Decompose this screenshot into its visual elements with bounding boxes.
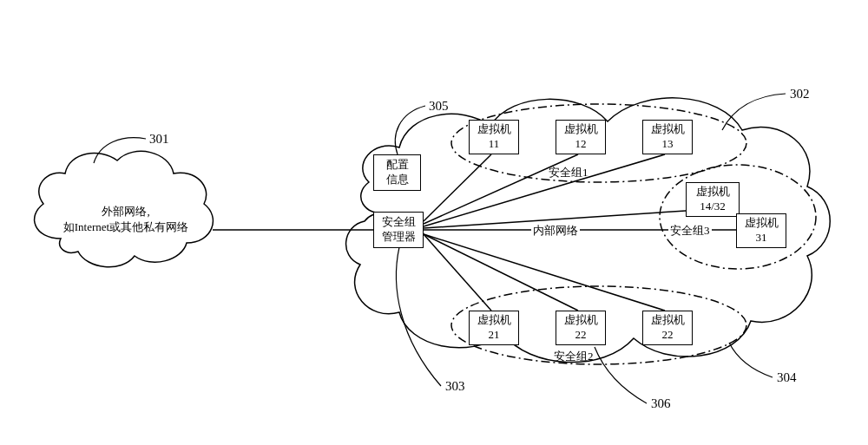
vm-12-box: 虚拟机12 [556,120,606,154]
ref-301: 301 [149,132,169,147]
security-group-manager-box: 安全组 管理器 [373,212,424,248]
ref-305: 305 [429,99,449,114]
svg-line-11 [424,234,665,311]
vm-13-box: 虚拟机13 [642,120,693,154]
svg-line-9 [424,234,491,311]
ref-304: 304 [777,370,797,385]
svg-line-4 [424,154,491,221]
vm-22b-box: 虚拟机22 [642,311,693,345]
vm-22a-box: 虚拟机22 [556,311,606,345]
security-group-3-label: 安全组3 [668,223,712,239]
security-group-1-label: 安全组1 [549,165,589,180]
svg-line-6 [424,154,665,226]
svg-line-10 [424,234,578,311]
internal-network-label: 内部网络 [531,223,580,239]
config-info-box: 配置 信息 [373,154,421,191]
vm-11-box: 虚拟机11 [469,120,519,154]
security-group-2-label: 安全组2 [554,349,594,364]
external-network-label: 外部网络,如Internet或其他私有网络 [52,204,200,235]
ref-306: 306 [651,396,671,411]
ref-302: 302 [790,87,810,101]
vm-31-box: 虚拟机31 [736,213,786,248]
vm-21-box: 虚拟机21 [469,311,519,345]
ref-303: 303 [445,379,465,394]
vm-14-32-box: 虚拟机14/32 [686,182,740,217]
